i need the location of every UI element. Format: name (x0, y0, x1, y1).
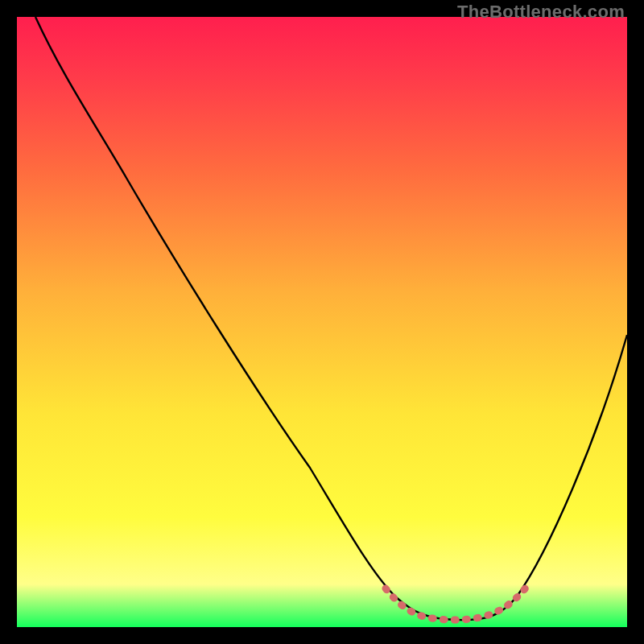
optimal-range-marker-path (386, 586, 527, 620)
bottleneck-curve-path (35, 17, 627, 620)
chart-svg (17, 17, 627, 627)
attribution-watermark: TheBottleneck.com (457, 2, 625, 23)
chart-plot-area (17, 17, 627, 627)
